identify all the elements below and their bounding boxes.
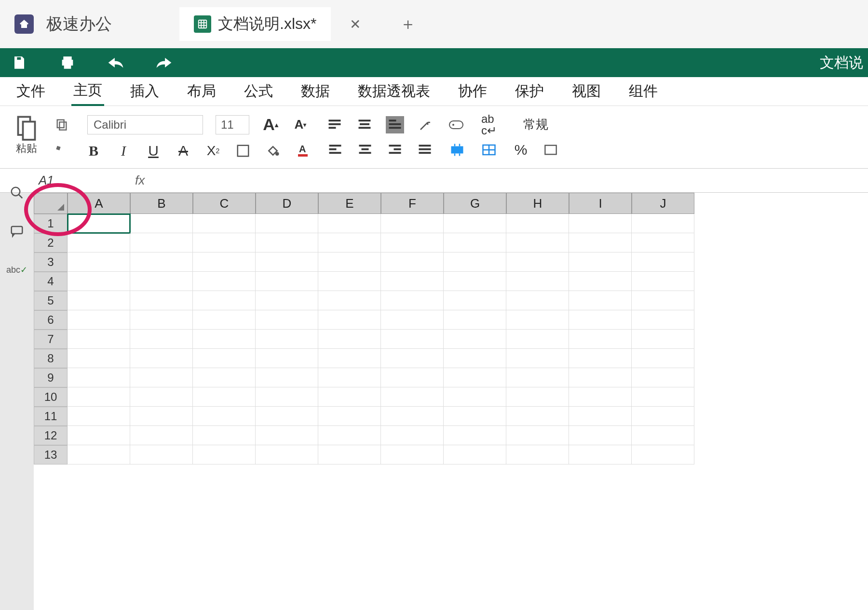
cell[interactable] bbox=[506, 426, 569, 445]
cell[interactable] bbox=[193, 445, 256, 464]
cell[interactable] bbox=[130, 387, 193, 407]
cell[interactable] bbox=[632, 252, 694, 272]
paste-button[interactable] bbox=[14, 119, 39, 136]
cell[interactable] bbox=[381, 272, 444, 291]
cell[interactable] bbox=[193, 330, 256, 349]
cell[interactable] bbox=[506, 291, 569, 310]
decrease-font-button[interactable]: A▾ bbox=[292, 116, 309, 133]
cell[interactable] bbox=[193, 233, 256, 252]
row-header[interactable]: 5 bbox=[34, 291, 68, 310]
cell[interactable] bbox=[632, 330, 694, 349]
cell[interactable] bbox=[632, 445, 694, 464]
col-header[interactable]: D bbox=[256, 193, 318, 214]
menu-pivot[interactable]: 数据透视表 bbox=[356, 78, 432, 105]
cell[interactable] bbox=[256, 349, 318, 368]
cell[interactable] bbox=[381, 407, 444, 426]
row-header[interactable]: 7 bbox=[34, 330, 68, 349]
copy-button[interactable] bbox=[53, 116, 70, 133]
cell[interactable] bbox=[444, 214, 506, 233]
cell[interactable] bbox=[381, 387, 444, 407]
insert-cells-button[interactable] bbox=[480, 141, 498, 159]
cell[interactable] bbox=[444, 291, 506, 310]
row-header[interactable]: 8 bbox=[34, 349, 68, 368]
cell[interactable] bbox=[256, 252, 318, 272]
cell[interactable] bbox=[569, 445, 632, 464]
cell[interactable] bbox=[632, 387, 694, 407]
cell[interactable] bbox=[318, 426, 381, 445]
cell[interactable] bbox=[130, 233, 193, 252]
cell[interactable] bbox=[506, 310, 569, 330]
cell[interactable] bbox=[318, 291, 381, 310]
align-right-button[interactable] bbox=[386, 141, 404, 159]
cell[interactable] bbox=[256, 233, 318, 252]
cell[interactable] bbox=[130, 445, 193, 464]
name-box[interactable]: A1 bbox=[39, 173, 96, 188]
cell[interactable] bbox=[68, 214, 130, 233]
cell[interactable] bbox=[130, 368, 193, 387]
align-top-button[interactable] bbox=[326, 116, 343, 133]
cell[interactable] bbox=[381, 310, 444, 330]
increase-font-button[interactable]: A▴ bbox=[262, 116, 279, 133]
cell[interactable] bbox=[193, 426, 256, 445]
cell[interactable] bbox=[632, 407, 694, 426]
cell[interactable] bbox=[130, 330, 193, 349]
cell[interactable] bbox=[632, 214, 694, 233]
cell[interactable] bbox=[193, 387, 256, 407]
cell[interactable] bbox=[130, 272, 193, 291]
border-button[interactable] bbox=[234, 142, 252, 159]
underline-button[interactable]: U bbox=[145, 142, 162, 159]
cell[interactable] bbox=[318, 407, 381, 426]
cell[interactable] bbox=[569, 368, 632, 387]
cell[interactable] bbox=[130, 407, 193, 426]
format-painter-button[interactable] bbox=[53, 142, 70, 159]
cell[interactable] bbox=[381, 349, 444, 368]
row-header[interactable]: 9 bbox=[34, 368, 68, 387]
orientation-button[interactable] bbox=[417, 116, 434, 133]
menu-file[interactable]: 文件 bbox=[14, 78, 47, 105]
spreadsheet-grid[interactable]: A B C D E F G H I J 12345678910111213 bbox=[34, 193, 868, 610]
menu-data[interactable]: 数据 bbox=[299, 78, 332, 105]
cell[interactable] bbox=[130, 426, 193, 445]
cell[interactable] bbox=[569, 387, 632, 407]
cell[interactable] bbox=[256, 310, 318, 330]
cell[interactable] bbox=[318, 310, 381, 330]
cell[interactable] bbox=[381, 291, 444, 310]
cell[interactable] bbox=[68, 330, 130, 349]
cell[interactable] bbox=[256, 368, 318, 387]
cell[interactable] bbox=[444, 330, 506, 349]
menu-home[interactable]: 主页 bbox=[71, 77, 104, 106]
cell[interactable] bbox=[68, 426, 130, 445]
row-header[interactable]: 2 bbox=[34, 233, 68, 252]
align-left-button[interactable] bbox=[326, 141, 344, 159]
font-name-select[interactable]: Calibri bbox=[87, 115, 203, 134]
cell[interactable] bbox=[68, 368, 130, 387]
col-header[interactable]: B bbox=[130, 193, 193, 214]
menu-collab[interactable]: 协作 bbox=[456, 78, 489, 105]
cell[interactable] bbox=[506, 445, 569, 464]
wrap-text-button[interactable]: abc↵ bbox=[480, 116, 498, 133]
col-header[interactable]: H bbox=[506, 193, 569, 214]
percent-button[interactable]: % bbox=[512, 141, 529, 159]
fx-label[interactable]: fx bbox=[135, 173, 145, 188]
col-header[interactable]: A bbox=[68, 193, 130, 214]
cell[interactable] bbox=[569, 426, 632, 445]
cell[interactable] bbox=[193, 252, 256, 272]
cell[interactable] bbox=[444, 310, 506, 330]
col-header[interactable]: G bbox=[444, 193, 506, 214]
cell[interactable] bbox=[256, 426, 318, 445]
row-header[interactable]: 10 bbox=[34, 387, 68, 407]
cell[interactable] bbox=[193, 349, 256, 368]
cell[interactable] bbox=[318, 214, 381, 233]
cell[interactable] bbox=[632, 310, 694, 330]
cell[interactable] bbox=[256, 291, 318, 310]
menu-insert[interactable]: 插入 bbox=[128, 78, 161, 105]
col-header[interactable]: F bbox=[381, 193, 444, 214]
col-header[interactable]: J bbox=[632, 193, 694, 214]
cell[interactable] bbox=[569, 272, 632, 291]
cell[interactable] bbox=[444, 233, 506, 252]
menu-protect[interactable]: 保护 bbox=[513, 78, 546, 105]
strikethrough-button[interactable]: A bbox=[175, 142, 192, 159]
cell[interactable] bbox=[318, 387, 381, 407]
cell[interactable] bbox=[444, 426, 506, 445]
col-header[interactable]: E bbox=[318, 193, 381, 214]
